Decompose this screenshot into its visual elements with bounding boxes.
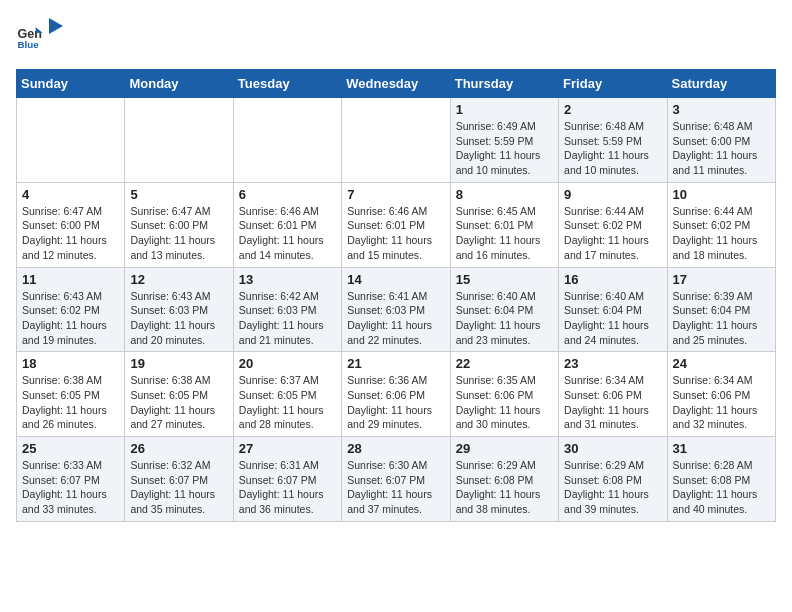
calendar-cell: 31Sunrise: 6:28 AM Sunset: 6:08 PM Dayli… [667, 437, 775, 522]
day-info: Sunrise: 6:44 AM Sunset: 6:02 PM Dayligh… [673, 204, 770, 263]
calendar-cell: 29Sunrise: 6:29 AM Sunset: 6:08 PM Dayli… [450, 437, 558, 522]
day-number: 23 [564, 356, 661, 371]
day-number: 9 [564, 187, 661, 202]
calendar-cell: 3Sunrise: 6:48 AM Sunset: 6:00 PM Daylig… [667, 98, 775, 183]
calendar-cell: 10Sunrise: 6:44 AM Sunset: 6:02 PM Dayli… [667, 182, 775, 267]
day-info: Sunrise: 6:39 AM Sunset: 6:04 PM Dayligh… [673, 289, 770, 348]
day-number: 31 [673, 441, 770, 456]
day-info: Sunrise: 6:46 AM Sunset: 6:01 PM Dayligh… [347, 204, 444, 263]
calendar-cell: 18Sunrise: 6:38 AM Sunset: 6:05 PM Dayli… [17, 352, 125, 437]
day-number: 25 [22, 441, 119, 456]
day-info: Sunrise: 6:42 AM Sunset: 6:03 PM Dayligh… [239, 289, 336, 348]
day-info: Sunrise: 6:48 AM Sunset: 6:00 PM Dayligh… [673, 119, 770, 178]
day-number: 8 [456, 187, 553, 202]
calendar-table: SundayMondayTuesdayWednesdayThursdayFrid… [16, 69, 776, 522]
day-number: 2 [564, 102, 661, 117]
day-number: 10 [673, 187, 770, 202]
logo: Gen Blue [16, 16, 66, 57]
calendar-cell: 1Sunrise: 6:49 AM Sunset: 5:59 PM Daylig… [450, 98, 558, 183]
svg-marker-3 [49, 18, 63, 34]
day-number: 17 [673, 272, 770, 287]
calendar-cell: 14Sunrise: 6:41 AM Sunset: 6:03 PM Dayli… [342, 267, 450, 352]
calendar-cell [233, 98, 341, 183]
calendar-cell: 15Sunrise: 6:40 AM Sunset: 6:04 PM Dayli… [450, 267, 558, 352]
day-info: Sunrise: 6:29 AM Sunset: 6:08 PM Dayligh… [456, 458, 553, 517]
day-info: Sunrise: 6:34 AM Sunset: 6:06 PM Dayligh… [564, 373, 661, 432]
calendar-cell: 16Sunrise: 6:40 AM Sunset: 6:04 PM Dayli… [559, 267, 667, 352]
day-number: 6 [239, 187, 336, 202]
calendar-cell: 27Sunrise: 6:31 AM Sunset: 6:07 PM Dayli… [233, 437, 341, 522]
day-number: 4 [22, 187, 119, 202]
calendar-cell: 2Sunrise: 6:48 AM Sunset: 5:59 PM Daylig… [559, 98, 667, 183]
day-info: Sunrise: 6:47 AM Sunset: 6:00 PM Dayligh… [22, 204, 119, 263]
day-info: Sunrise: 6:32 AM Sunset: 6:07 PM Dayligh… [130, 458, 227, 517]
day-number: 3 [673, 102, 770, 117]
day-info: Sunrise: 6:45 AM Sunset: 6:01 PM Dayligh… [456, 204, 553, 263]
day-number: 19 [130, 356, 227, 371]
calendar-cell: 6Sunrise: 6:46 AM Sunset: 6:01 PM Daylig… [233, 182, 341, 267]
day-info: Sunrise: 6:40 AM Sunset: 6:04 PM Dayligh… [456, 289, 553, 348]
logo-icon: Gen Blue [16, 23, 44, 51]
day-info: Sunrise: 6:46 AM Sunset: 6:01 PM Dayligh… [239, 204, 336, 263]
day-number: 1 [456, 102, 553, 117]
day-info: Sunrise: 6:41 AM Sunset: 6:03 PM Dayligh… [347, 289, 444, 348]
day-number: 5 [130, 187, 227, 202]
weekday-header-tuesday: Tuesday [233, 70, 341, 98]
calendar-cell: 17Sunrise: 6:39 AM Sunset: 6:04 PM Dayli… [667, 267, 775, 352]
day-info: Sunrise: 6:40 AM Sunset: 6:04 PM Dayligh… [564, 289, 661, 348]
day-info: Sunrise: 6:36 AM Sunset: 6:06 PM Dayligh… [347, 373, 444, 432]
day-number: 12 [130, 272, 227, 287]
day-info: Sunrise: 6:43 AM Sunset: 6:02 PM Dayligh… [22, 289, 119, 348]
day-info: Sunrise: 6:33 AM Sunset: 6:07 PM Dayligh… [22, 458, 119, 517]
calendar-header-row: SundayMondayTuesdayWednesdayThursdayFrid… [17, 70, 776, 98]
calendar-cell: 9Sunrise: 6:44 AM Sunset: 6:02 PM Daylig… [559, 182, 667, 267]
calendar-cell: 23Sunrise: 6:34 AM Sunset: 6:06 PM Dayli… [559, 352, 667, 437]
weekday-header-monday: Monday [125, 70, 233, 98]
day-number: 14 [347, 272, 444, 287]
day-number: 26 [130, 441, 227, 456]
calendar-cell: 22Sunrise: 6:35 AM Sunset: 6:06 PM Dayli… [450, 352, 558, 437]
day-info: Sunrise: 6:30 AM Sunset: 6:07 PM Dayligh… [347, 458, 444, 517]
weekday-header-thursday: Thursday [450, 70, 558, 98]
calendar-cell: 26Sunrise: 6:32 AM Sunset: 6:07 PM Dayli… [125, 437, 233, 522]
calendar-cell: 20Sunrise: 6:37 AM Sunset: 6:05 PM Dayli… [233, 352, 341, 437]
day-number: 15 [456, 272, 553, 287]
calendar-cell: 19Sunrise: 6:38 AM Sunset: 6:05 PM Dayli… [125, 352, 233, 437]
day-number: 16 [564, 272, 661, 287]
calendar-cell: 24Sunrise: 6:34 AM Sunset: 6:06 PM Dayli… [667, 352, 775, 437]
day-info: Sunrise: 6:43 AM Sunset: 6:03 PM Dayligh… [130, 289, 227, 348]
day-info: Sunrise: 6:44 AM Sunset: 6:02 PM Dayligh… [564, 204, 661, 263]
calendar-cell: 11Sunrise: 6:43 AM Sunset: 6:02 PM Dayli… [17, 267, 125, 352]
calendar-week-row: 4Sunrise: 6:47 AM Sunset: 6:00 PM Daylig… [17, 182, 776, 267]
calendar-cell: 28Sunrise: 6:30 AM Sunset: 6:07 PM Dayli… [342, 437, 450, 522]
day-number: 28 [347, 441, 444, 456]
day-number: 29 [456, 441, 553, 456]
day-number: 18 [22, 356, 119, 371]
day-info: Sunrise: 6:48 AM Sunset: 5:59 PM Dayligh… [564, 119, 661, 178]
day-number: 20 [239, 356, 336, 371]
day-number: 13 [239, 272, 336, 287]
calendar-cell: 25Sunrise: 6:33 AM Sunset: 6:07 PM Dayli… [17, 437, 125, 522]
day-info: Sunrise: 6:37 AM Sunset: 6:05 PM Dayligh… [239, 373, 336, 432]
calendar-week-row: 25Sunrise: 6:33 AM Sunset: 6:07 PM Dayli… [17, 437, 776, 522]
calendar-week-row: 11Sunrise: 6:43 AM Sunset: 6:02 PM Dayli… [17, 267, 776, 352]
calendar-cell: 7Sunrise: 6:46 AM Sunset: 6:01 PM Daylig… [342, 182, 450, 267]
day-number: 30 [564, 441, 661, 456]
day-number: 24 [673, 356, 770, 371]
calendar-week-row: 18Sunrise: 6:38 AM Sunset: 6:05 PM Dayli… [17, 352, 776, 437]
day-info: Sunrise: 6:29 AM Sunset: 6:08 PM Dayligh… [564, 458, 661, 517]
day-number: 27 [239, 441, 336, 456]
calendar-cell [17, 98, 125, 183]
page-header: Gen Blue [16, 16, 776, 57]
calendar-cell: 8Sunrise: 6:45 AM Sunset: 6:01 PM Daylig… [450, 182, 558, 267]
weekday-header-friday: Friday [559, 70, 667, 98]
logo-arrow-icon [49, 16, 65, 36]
calendar-week-row: 1Sunrise: 6:49 AM Sunset: 5:59 PM Daylig… [17, 98, 776, 183]
weekday-header-wednesday: Wednesday [342, 70, 450, 98]
calendar-cell: 5Sunrise: 6:47 AM Sunset: 6:00 PM Daylig… [125, 182, 233, 267]
svg-text:Blue: Blue [17, 39, 39, 50]
day-info: Sunrise: 6:47 AM Sunset: 6:00 PM Dayligh… [130, 204, 227, 263]
calendar-cell: 12Sunrise: 6:43 AM Sunset: 6:03 PM Dayli… [125, 267, 233, 352]
day-info: Sunrise: 6:38 AM Sunset: 6:05 PM Dayligh… [22, 373, 119, 432]
day-info: Sunrise: 6:38 AM Sunset: 6:05 PM Dayligh… [130, 373, 227, 432]
